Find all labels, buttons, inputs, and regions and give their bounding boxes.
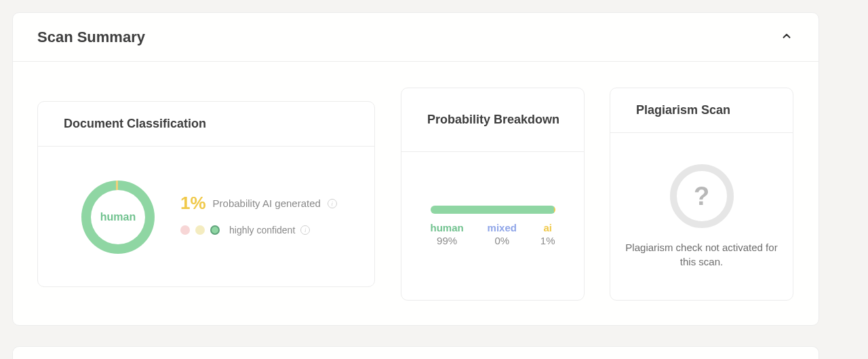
legend-ai: ai 1% (540, 222, 555, 246)
plagiarism-scan-title: Plagiarism Scan (636, 102, 730, 118)
ai-probability-value: 1% (180, 193, 206, 214)
confidence-label: highly confident (229, 225, 295, 235)
legend-mixed: mixed 0% (488, 222, 517, 246)
ai-probability-row: 1% Probability AI generated i (180, 193, 337, 214)
legend-human-label: human (431, 222, 464, 233)
info-icon[interactable]: i (300, 225, 310, 235)
donut-chart-icon: human (81, 181, 155, 254)
donut-inner: human (91, 190, 145, 244)
question-mark-glyph: ? (694, 182, 709, 211)
probability-bar (431, 206, 555, 214)
probability-breakdown-card: Probability Breakdown human 99% (401, 88, 585, 301)
plagiarism-scan-header: Plagiarism Scan (610, 88, 793, 133)
next-panel-peek (12, 346, 819, 359)
probability-breakdown-body: human 99% mixed 0% ai 1% (401, 152, 584, 300)
collapse-toggle[interactable] (779, 30, 794, 45)
chevron-up-icon (781, 30, 793, 45)
legend-ai-label: ai (543, 222, 552, 233)
scan-summary-panel: Scan Summary Document Classification hum… (12, 12, 819, 326)
confidence-dot-low-icon (180, 225, 190, 235)
probability-breakdown-header: Probability Breakdown (401, 88, 584, 152)
probability-bar-ai (554, 206, 555, 214)
classification-details: 1% Probability AI generated i highly con… (180, 193, 337, 235)
legend-mixed-value: 0% (494, 235, 509, 246)
probability-chart: human 99% mixed 0% ai 1% (431, 206, 555, 246)
probability-legend: human 99% mixed 0% ai 1% (431, 222, 555, 246)
classification-ring: human (81, 181, 155, 254)
document-classification-body: human 1% Probability AI generated i hi (38, 147, 374, 286)
probability-breakdown-title: Probability Breakdown (427, 111, 559, 128)
legend-mixed-label: mixed (488, 222, 517, 233)
plagiarism-scan-card: Plagiarism Scan ? Plagiarism check not a… (610, 88, 793, 301)
scan-summary-body: Document Classification human 1% Probabi… (13, 62, 818, 325)
plagiarism-scan-body: ? Plagiarism check not activated for thi… (610, 133, 793, 300)
probability-bar-human (431, 206, 554, 214)
scan-summary-title: Scan Summary (37, 29, 145, 46)
question-mark-icon: ? (670, 164, 734, 228)
scan-summary-header[interactable]: Scan Summary (13, 13, 818, 62)
document-classification-title: Document Classification (64, 115, 206, 132)
document-classification-card: Document Classification human 1% Probabi… (37, 101, 375, 287)
info-icon[interactable]: i (328, 199, 337, 208)
legend-human: human 99% (431, 222, 464, 246)
ai-probability-label: Probability AI generated (213, 197, 321, 209)
legend-ai-value: 1% (540, 235, 555, 246)
confidence-dot-high-icon (210, 225, 220, 235)
legend-human-value: 99% (437, 235, 457, 246)
confidence-dot-mid-icon (195, 225, 205, 235)
confidence-row: highly confident i (180, 225, 337, 235)
classification-label: human (100, 211, 136, 223)
document-classification-header: Document Classification (38, 102, 374, 147)
plagiarism-message: Plagiarism check not activated for this … (621, 240, 782, 269)
